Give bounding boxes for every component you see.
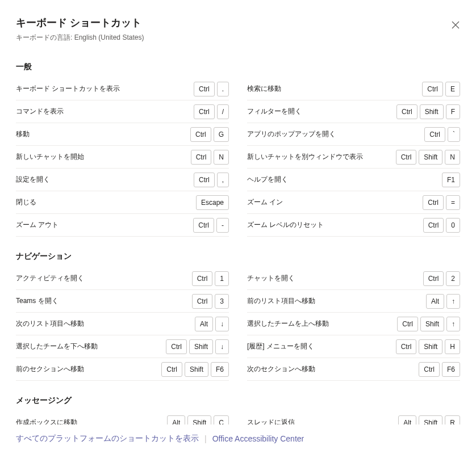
key-cap: R [445, 415, 460, 425]
shortcut-label: 閉じる [16, 197, 196, 207]
shortcut-label: アクティビティを開く [16, 274, 192, 283]
footer-separator: | [204, 434, 207, 443]
key-cap: N [445, 150, 460, 165]
key-cap: 0 [446, 218, 460, 233]
key-cap: Alt [398, 415, 416, 425]
key-cap: Shift [185, 362, 208, 377]
shortcut-column: キーボード ショートカットを表示Ctrl.コマンドを表示Ctrl/移動CtrlG… [16, 78, 229, 237]
key-cap: - [216, 218, 229, 233]
shortcut-row: アプリのポップアップを開くCtrl` [247, 123, 460, 146]
all-platforms-link[interactable]: すべてのプラットフォームのショートカットを表示 [16, 434, 199, 444]
key-cap: F6 [211, 362, 229, 377]
key-cap: Ctrl [423, 218, 444, 233]
section-columns: キーボード ショートカットを表示Ctrl.コマンドを表示Ctrl/移動CtrlG… [16, 78, 460, 237]
shortcut-row: ズーム インCtrl= [247, 191, 460, 214]
shortcut-row: 移動CtrlG [16, 123, 229, 146]
shortcut-row: 新しいチャットを別ウィンドウで表示CtrlShiftN [247, 146, 460, 169]
key-cap: G [214, 127, 229, 142]
key-cap: Ctrl [396, 150, 417, 165]
shortcut-keys: CtrlShiftF6 [161, 362, 229, 377]
shortcut-keys: CtrlShiftH [396, 339, 460, 354]
key-cap: ↑ [446, 294, 460, 309]
shortcut-row: スレッドに返信AltShiftR [247, 411, 460, 424]
section-columns: 作成ボックスに移動AltShiftCスレッドに返信AltShiftR [16, 411, 460, 424]
key-cap: F [446, 104, 460, 119]
shortcut-row: 選択したチームを上へ移動CtrlShift↑ [247, 313, 460, 335]
shortcut-label: 作成ボックスに移動 [16, 418, 167, 424]
shortcut-label: 新しいチャットを開始 [16, 152, 191, 162]
shortcut-row: 選択したチームを下へ移動CtrlShift↓ [16, 335, 229, 358]
shortcut-keys: CtrlShiftF [396, 104, 460, 119]
shortcut-row: 前のリスト項目へ移動Alt↑ [247, 290, 460, 313]
shortcut-row: コマンドを表示Ctrl/ [16, 100, 229, 123]
dialog-header: キーボード ショートカット キーボードの言語: English (United … [0, 0, 476, 47]
dialog-subtitle: キーボードの言語: English (United States) [16, 33, 460, 43]
shortcut-keys: Ctrl= [423, 195, 460, 210]
key-cap: F1 [442, 173, 460, 187]
shortcut-label: 次のリスト項目へ移動 [16, 319, 195, 329]
shortcut-label: 移動 [16, 129, 190, 139]
shortcut-label: ズーム イン [247, 197, 423, 207]
key-cap: Shift [420, 104, 444, 119]
shortcut-keys: Ctrl- [193, 218, 229, 233]
accessibility-center-link[interactable]: Office Accessibility Center [212, 434, 304, 443]
shortcut-row: 検索に移動CtrlE [247, 78, 460, 100]
key-cap: C [214, 415, 229, 425]
shortcut-label: [履歴] メニューを開く [247, 342, 396, 351]
shortcut-keys: CtrlShift↓ [166, 339, 229, 354]
shortcut-row: 新しいチャットを開始CtrlN [16, 146, 229, 169]
shortcut-label: 設定を開く [16, 175, 194, 184]
key-cap: 3 [215, 294, 229, 309]
shortcut-row: ヘルプを開くF1 [247, 169, 460, 191]
section-columns: アクティビティを開くCtrl1Teams を開くCtrl3次のリスト項目へ移動A… [16, 267, 460, 381]
key-cap: . [217, 82, 229, 96]
key-cap: Shift [189, 339, 213, 354]
shortcut-label: チャットを開く [247, 274, 423, 283]
shortcut-row: 前のセクションへ移動CtrlShiftF6 [16, 358, 229, 381]
shortcut-label: 前のセクションへ移動 [16, 364, 161, 374]
shortcut-label: ズーム レベルのリセット [247, 220, 423, 230]
key-cap: Ctrl [192, 271, 213, 286]
shortcut-keys: Ctrl3 [192, 294, 229, 309]
shortcut-row: 閉じるEscape [16, 191, 229, 214]
shortcut-label: アプリのポップアップを開く [247, 129, 424, 139]
shortcut-label: フィルターを開く [247, 107, 396, 116]
key-cap: Alt [195, 317, 213, 331]
key-cap: Ctrl [191, 150, 212, 165]
close-button[interactable] [446, 16, 465, 34]
dialog-body[interactable]: 一般キーボード ショートカットを表示Ctrl.コマンドを表示Ctrl/移動Ctr… [0, 47, 476, 424]
shortcut-label: 検索に移動 [247, 84, 422, 94]
key-cap: Ctrl [396, 104, 417, 119]
shortcut-keys: Ctrl, [194, 173, 229, 187]
key-cap: Ctrl [166, 339, 187, 354]
key-cap: Ctrl [423, 271, 444, 286]
shortcut-keys: F1 [442, 173, 460, 187]
keyboard-shortcuts-dialog: キーボード ショートカット キーボードの言語: English (United … [0, 0, 476, 454]
shortcut-row: ズーム レベルのリセットCtrl0 [247, 214, 460, 237]
key-cap: Ctrl [193, 218, 214, 233]
close-icon [452, 21, 460, 29]
key-cap: Escape [196, 195, 229, 210]
shortcut-row: 次のセクションへ移動CtrlF6 [247, 358, 460, 381]
shortcut-label: 次のセクションへ移動 [247, 364, 419, 374]
shortcut-row: チャットを開くCtrl2 [247, 267, 460, 290]
key-cap: , [217, 173, 229, 187]
shortcut-label: Teams を開く [16, 296, 192, 306]
shortcut-keys: AltShiftR [398, 415, 460, 425]
shortcut-keys: CtrlShift↑ [397, 317, 460, 331]
shortcut-row: Teams を開くCtrl3 [16, 290, 229, 313]
shortcut-keys: CtrlE [422, 82, 460, 96]
shortcut-label: スレッドに返信 [247, 418, 398, 424]
key-cap: Ctrl [397, 317, 418, 331]
key-cap: N [214, 150, 229, 165]
shortcut-row: [履歴] メニューを開くCtrlShiftH [247, 335, 460, 358]
shortcut-label: キーボード ショートカットを表示 [16, 84, 194, 94]
key-cap: F6 [442, 362, 460, 377]
shortcut-keys: CtrlF6 [419, 362, 460, 377]
shortcut-keys: Alt↑ [426, 294, 460, 309]
shortcut-label: ヘルプを開く [247, 175, 442, 184]
shortcut-column: 検索に移動CtrlEフィルターを開くCtrlShiftFアプリのポップアップを開… [247, 78, 460, 237]
shortcut-keys: Ctrl1 [192, 271, 229, 286]
key-cap: Shift [419, 339, 442, 354]
shortcut-keys: Ctrl. [194, 82, 229, 96]
